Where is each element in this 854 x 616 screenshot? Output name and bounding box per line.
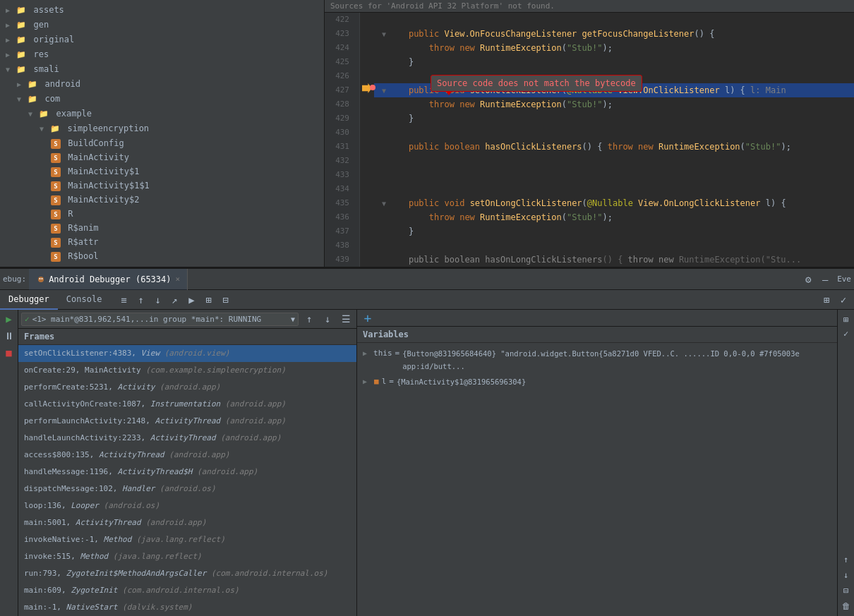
code-line-422	[374, 13, 854, 27]
code-line-425: }	[374, 55, 854, 69]
frame-item-7[interactable]: handleMessage:1196, ActivityThread$H (an…	[18, 464, 356, 481]
variable-l[interactable]: ▶ ■ l = {MainActivity$1@831965696304}	[357, 374, 837, 389]
stop-button[interactable]: ■	[1, 345, 17, 361]
add-watch-button[interactable]: +	[360, 310, 375, 326]
tree-item-android[interactable]: ▶ 📁 android	[0, 77, 324, 92]
android-debugger-tab[interactable]: Android Debugger (65334) ×	[29, 269, 188, 290]
frame-item-15[interactable]: main:-1, NativeStart (dalvik.system)	[18, 599, 356, 616]
frames-toolbar: ✓ <1> main*@831,962,541,...in group *mai…	[18, 310, 356, 329]
delete-button[interactable]: 🗑	[839, 599, 853, 613]
debugger-right-panel: ⊞ ✓ ↑ ↓ ⊟ 🗑	[837, 310, 854, 616]
top-area: ▶ 📁 assets ▶ 📁 gen ▶ 📁 original ▶ 📁 res …	[0, 0, 854, 267]
tree-item-gen[interactable]: ▶ 📁 gen	[0, 18, 324, 32]
thread-selector[interactable]: ✓ <1> main*@831,962,541,...in group *mai…	[21, 313, 299, 326]
frames-header: Frames	[18, 329, 356, 345]
tree-item-mainactivity11[interactable]: S MainActivity$1$1	[0, 179, 324, 193]
frame-item-6[interactable]: access$800:135, ActivityThread (android.…	[18, 447, 356, 464]
panel-action-2[interactable]: ✓	[839, 327, 853, 341]
settings-button[interactable]: ⚙	[800, 272, 816, 287]
variables-panel: + Variables ▶ this = {Button@83196568464…	[357, 310, 837, 616]
line-numbers: 422 423 424 425 426 427 428 429 430 431 …	[325, 13, 360, 267]
tree-item-rbool[interactable]: S R$bool	[0, 249, 324, 263]
frame-item-2[interactable]: performCreate:5231, Activity (android.ap…	[18, 379, 356, 396]
step-out-button[interactable]: ↑	[133, 292, 148, 308]
source-not-found-bar: Sources for 'Android API 32 Platform' no…	[325, 0, 854, 13]
minimize-button[interactable]: –	[817, 272, 833, 287]
tree-item-original[interactable]: ▶ 📁 original	[0, 32, 324, 47]
code-line-433	[374, 168, 854, 182]
panel-action-1[interactable]: ⊞	[839, 313, 853, 327]
debugger-side-actions: ▶ ⏸ ■	[0, 310, 18, 616]
code-line-429: }	[374, 111, 854, 126]
code-line-434	[374, 182, 854, 196]
debugger-main-content: ▶ ⏸ ■ ✓ <1> main*@831,962,541,...in grou…	[0, 310, 854, 616]
close-panel-button[interactable]: ✓	[836, 292, 851, 308]
frame-item-9[interactable]: loop:136, Looper (android.os)	[18, 497, 356, 514]
tree-item-com[interactable]: ▼ 📁 com	[0, 92, 324, 107]
evaluate-button[interactable]: ⊞	[200, 292, 216, 308]
step-into-button[interactable]: ↓	[150, 292, 165, 308]
tree-item-mainactivity1[interactable]: S MainActivity$1	[0, 164, 324, 179]
frame-item-14[interactable]: main:609, ZygoteInit (com.android.intern…	[18, 582, 356, 599]
tree-item-smali[interactable]: ▼ 📁 smali	[0, 62, 324, 77]
svg-point-0	[38, 277, 44, 282]
tree-item-example[interactable]: ▼ 📁 example	[0, 107, 324, 121]
scroll-up-button[interactable]: ↑	[839, 552, 853, 567]
tree-item-assets[interactable]: ▶ 📁 assets	[0, 3, 324, 18]
tree-item-ranim[interactable]: S R$anim	[0, 221, 324, 235]
run-to-cursor-button[interactable]: ▶	[184, 292, 199, 308]
frames-panel: ✓ <1> main*@831,962,541,...in group *mai…	[18, 310, 357, 616]
debugger-tab-bar: ebug: Android Debugger (65334) × ⚙ – Eve	[0, 269, 854, 290]
thread-dropdown-arrow: ▼	[291, 315, 295, 323]
code-line-432	[374, 154, 854, 168]
breakpoint-dot-427	[370, 85, 375, 90]
frame-item-13[interactable]: run:793, ZygoteInit$MethodAndArgsCaller …	[18, 565, 356, 582]
debugger-area: ebug: Android Debugger (65334) × ⚙ – Eve…	[0, 267, 854, 616]
tree-item-res[interactable]: ▶ 📁 res	[0, 47, 324, 62]
frames-up-button[interactable]: ↑	[301, 311, 317, 327]
toggle-button[interactable]: ⊟	[217, 292, 233, 308]
code-editor: Sources for 'Android API 32 Platform' no…	[325, 0, 854, 267]
frame-item-8[interactable]: dispatchMessage:102, Handler (android.os…	[18, 481, 356, 497]
scroll-down-button[interactable]: ↓	[839, 568, 853, 582]
var-expand-arrow-l: ▶	[363, 375, 371, 388]
debugger-tab-close[interactable]: ×	[176, 274, 181, 284]
frame-item-10[interactable]: main:5001, ActivityThread (android.app)	[18, 514, 356, 531]
variables-toolbar: +	[357, 310, 837, 327]
debugger-right-tools: ⊞ ✓	[819, 292, 854, 308]
eve-label: Eve	[834, 274, 854, 284]
restore-button[interactable]: ⊟	[839, 584, 853, 598]
debugger-subtabs: Debugger Console ≡ ↑ ↓ ↗ ▶ ⊞ ⊟ ⊞ ✓	[0, 290, 854, 310]
tree-item-rattr[interactable]: S R$attr	[0, 235, 324, 249]
list-view-button[interactable]: ≡	[116, 292, 131, 308]
frames-filter-button[interactable]: ☰	[338, 311, 354, 327]
frames-down-button[interactable]: ↓	[320, 311, 335, 327]
step-over-button[interactable]: ↗	[167, 292, 182, 308]
tree-item-r[interactable]: S R	[0, 207, 324, 221]
frame-item-12[interactable]: invoke:515, Method (java.lang.reflect)	[18, 548, 356, 565]
variable-this[interactable]: ▶ this = {Button@831965684640} "android.…	[357, 346, 837, 374]
tab-debugger[interactable]: Debugger	[0, 290, 58, 310]
pause-button[interactable]: ⏸	[1, 328, 17, 344]
scroll-controls: ↑ ↓ ⊟ 🗑	[839, 552, 853, 613]
restore-panel-button[interactable]: ⊞	[819, 292, 834, 308]
tree-item-mainactivity[interactable]: S MainActivity	[0, 150, 324, 164]
tree-item-buildconfig[interactable]: S BuildConfig	[0, 136, 324, 150]
debugger-toolbar: ≡ ↑ ↓ ↗ ▶ ⊞ ⊟	[116, 292, 233, 308]
code-line-423: ▼ public View.OnFocusChangeListener getF…	[374, 27, 854, 41]
tab-console[interactable]: Console	[58, 290, 111, 310]
resume-button[interactable]: ▶	[1, 311, 17, 327]
frame-item-11[interactable]: invokeNative:-1, Method (java.lang.refle…	[18, 531, 356, 548]
bug-icon	[36, 274, 46, 284]
frame-item-1[interactable]: onCreate:29, MainActivity (com.example.s…	[18, 362, 356, 379]
debug-label: ebug:	[0, 274, 29, 284]
frame-item-0[interactable]: setOnClickListener:4383, View (android.v…	[18, 345, 356, 362]
code-line-439: public boolean hasOnLongClickListeners()…	[374, 253, 854, 267]
tree-item-simpleencryption[interactable]: ▼ 📁 simpleencryption	[0, 121, 324, 136]
frame-item-3[interactable]: callActivityOnCreate:1087, Instrumentati…	[18, 396, 356, 413]
frame-item-5[interactable]: handleLaunchActivity:2233, ActivityThrea…	[18, 430, 356, 447]
code-content: 422 423 424 425 426 427 428 429 430 431 …	[325, 13, 854, 267]
frame-item-4[interactable]: performLaunchActivity:2148, ActivityThre…	[18, 413, 356, 430]
file-tree: ▶ 📁 assets ▶ 📁 gen ▶ 📁 original ▶ 📁 res …	[0, 0, 325, 267]
tree-item-mainactivity2[interactable]: S MainActivity$2	[0, 193, 324, 207]
